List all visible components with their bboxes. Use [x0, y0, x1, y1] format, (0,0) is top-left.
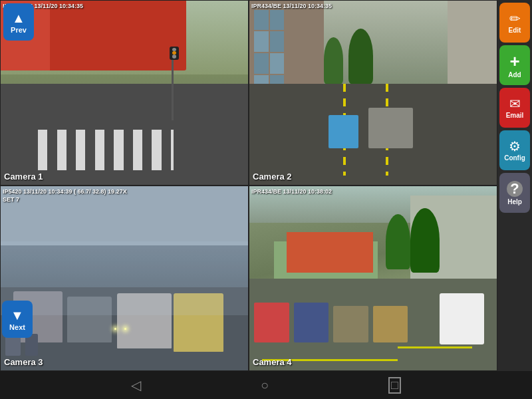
prev-button[interactable]: ▲ Prev [3, 3, 34, 41]
back-icon: ◁ [131, 377, 141, 393]
edit-icon: ✏ [509, 12, 521, 25]
recent-button[interactable]: □ [355, 377, 434, 394]
next-icon: ▼ [11, 308, 24, 323]
bottom-bar: ◁ ○ □ [0, 371, 532, 399]
camera-cell-1[interactable]: IPR434/BE 13/11/20 10:34:35 Camera 1 ▲ P… [0, 0, 249, 186]
cam3-info: IP5420 13/11/20 10:34:39 ( 66.7/ 32.8) 1… [3, 188, 127, 203]
email-button[interactable]: ✉ Email [499, 88, 530, 128]
cam4-label: Camera 4 [253, 357, 292, 367]
camera-cell-3[interactable]: IP5420 13/11/20 10:34:39 ( 66.7/ 32.8) 1… [0, 186, 249, 371]
help-label: Help [507, 199, 522, 205]
sidebar: ✏ Edit + Add ✉ Email ⚙ Config ? Help [497, 0, 532, 371]
cam3-label: Camera 3 [4, 357, 43, 367]
home-button[interactable]: ○ [227, 378, 302, 393]
help-button[interactable]: ? Help [499, 173, 530, 213]
add-button[interactable]: + Add [499, 45, 530, 85]
prev-icon: ▲ [12, 11, 25, 26]
camera-grid: IPR434/BE 13/11/20 10:34:35 Camera 1 ▲ P… [0, 0, 497, 371]
back-button[interactable]: ◁ [98, 377, 174, 393]
recent-icon: □ [388, 377, 401, 394]
cam4-info: IPR434/BE 13/11/20 10:38:02 [251, 188, 332, 196]
camera-cell-2[interactable]: IPR434/BE 13/11/20 10:34:35 Camera 2 [249, 0, 497, 186]
cam1-label: Camera 1 [4, 172, 43, 182]
add-icon: + [509, 53, 519, 70]
config-label: Config [504, 155, 525, 162]
next-button[interactable]: ▼ Next [2, 301, 33, 338]
home-icon: ○ [261, 378, 269, 393]
cam2-info: IPR434/BE 13/11/20 10:34:35 [251, 3, 332, 11]
config-icon: ⚙ [509, 140, 521, 153]
edit-label: Edit [509, 27, 521, 34]
prev-label: Prev [11, 26, 27, 34]
edit-button[interactable]: ✏ Edit [499, 3, 530, 43]
cam2-label: Camera 2 [253, 172, 292, 182]
email-icon: ✉ [509, 97, 521, 110]
email-label: Email [506, 112, 524, 119]
next-label: Next [9, 323, 25, 331]
help-icon: ? [507, 181, 523, 197]
add-label: Add [508, 72, 521, 78]
config-button[interactable]: ⚙ Config [499, 130, 530, 170]
camera-cell-4[interactable]: IPR434/BE 13/11/20 10:38:02 Camera 4 [249, 186, 497, 371]
main-container: IPR434/BE 13/11/20 10:34:35 Camera 1 ▲ P… [0, 0, 532, 399]
